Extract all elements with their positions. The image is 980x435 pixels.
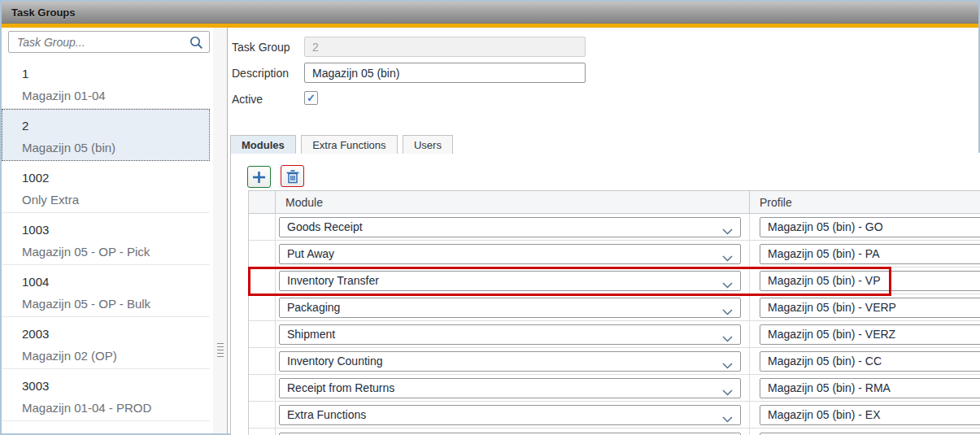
- table-row: Put Away Magazijn 05 (bin) - PA: [249, 241, 980, 268]
- detail-panel: Task Group Description Active ✓ Modules …: [229, 28, 978, 433]
- profile-dropdown[interactable]: Magazijn 05 (bin) - VERP: [760, 298, 980, 318]
- description-input[interactable]: [304, 63, 586, 83]
- row-selector-cell[interactable]: [249, 214, 276, 240]
- search-input[interactable]: [9, 32, 209, 52]
- row-selector-cell[interactable]: [249, 348, 276, 374]
- table-toolbar: [247, 165, 311, 188]
- profile-value: Magazijn 05 (bin) - CC: [768, 355, 882, 368]
- table-row: Packaging Magazijn 05 (bin) - VERP: [249, 294, 980, 321]
- sidebar-splitter[interactable]: [213, 28, 228, 433]
- module-dropdown[interactable]: Inventory Counting: [279, 351, 741, 372]
- module-dropdown-value: Goods Receipt: [287, 220, 363, 233]
- task-group-id: 2003: [22, 327, 203, 341]
- task-group-list-item[interactable]: 2003 Magazijn 02 (OP): [2, 317, 210, 369]
- chevron-down-icon: [722, 412, 733, 425]
- row-selector-cell[interactable]: [249, 375, 276, 401]
- module-dropdown-value: Extra Functions: [287, 408, 366, 421]
- tab-label: Users: [414, 139, 442, 151]
- active-checkbox[interactable]: ✓: [304, 91, 318, 105]
- module-dropdown[interactable]: Put Away: [279, 244, 741, 264]
- module-dropdown-value: Inventory Transfer: [287, 274, 379, 287]
- module-dropdown-value: Packaging: [287, 301, 340, 314]
- task-group-description: Magazijn 01-04 - PROD: [22, 401, 203, 415]
- task-group-list-item[interactable]: 3003 Magazijn 01-04 - PROD: [2, 369, 210, 421]
- module-dropdown[interactable]: Goods Receipt: [279, 217, 741, 237]
- description-field-row: Description: [232, 67, 304, 80]
- tab[interactable]: Users: [403, 135, 453, 154]
- profile-dropdown[interactable]: Magazijn 05 (bin) - CC: [760, 351, 980, 372]
- table-row: Extra Functions Magazijn 05 (bin) -: [249, 402, 980, 428]
- module-dropdown[interactable]: Inventory Transfer: [279, 271, 741, 291]
- task-group-field-row: Task Group: [232, 41, 304, 54]
- tab[interactable]: Extra Functions: [301, 135, 397, 154]
- profile-value: Magazijn 05 (bin) - RMA: [768, 381, 891, 394]
- modules-table: Module Profile Goods Receipt: [248, 190, 980, 435]
- active-field-row: Active: [232, 93, 304, 106]
- description-label: Description: [232, 67, 304, 80]
- add-row-button[interactable]: [247, 166, 271, 188]
- profile-value: Magazijn 05 (bin) - VP: [768, 274, 881, 287]
- row-selector-cell[interactable]: [249, 402, 276, 428]
- profile-dropdown[interactable]: Magazijn 05 (bin) - RMA: [760, 378, 980, 398]
- chevron-down-icon: [722, 251, 733, 264]
- module-dropdown-value: Put Away: [287, 247, 334, 260]
- profile-dropdown[interactable]: Magazijn 05 (bin) - PA: [760, 244, 980, 264]
- chevron-down-icon: [722, 224, 733, 237]
- task-group-description: Magazijn 01-04: [22, 89, 203, 103]
- table-row: Receipt from Returns Magazijn 05 (b: [249, 375, 980, 402]
- trash-icon: [285, 169, 300, 185]
- task-group-id: 1003: [22, 223, 203, 237]
- chevron-down-icon: [722, 305, 733, 318]
- profile-dropdown[interactable]: Magazijn 05 (bin) - EX: [760, 405, 980, 425]
- table-row: Inventory Counting Magazijn 05 (bin: [249, 348, 980, 375]
- row-selector-cell[interactable]: [249, 241, 276, 267]
- profile-dropdown[interactable]: Magazijn 05 (bin) - VP: [760, 271, 980, 291]
- header-module: Module: [276, 191, 750, 213]
- row-selector-cell[interactable]: [249, 268, 276, 294]
- profile-value: Magazijn 05 (bin) - VERP: [768, 301, 896, 314]
- profile-dropdown[interactable]: Magazijn 05 (bin) - VERZ: [760, 324, 980, 345]
- task-group-description: Magazijn 05 - OP - Pick: [22, 245, 203, 259]
- profile-value: Magazijn 05 (bin) - PA: [768, 247, 879, 260]
- search-icon[interactable]: [189, 36, 203, 53]
- task-group-list-item[interactable]: 3004: [2, 421, 210, 433]
- chevron-down-icon: [722, 332, 733, 345]
- module-dropdown[interactable]: Shipment: [279, 324, 741, 345]
- task-group-list-item[interactable]: 1003 Magazijn 05 - OP - Pick: [2, 213, 210, 265]
- module-dropdown[interactable]: Extra Functions: [279, 405, 741, 425]
- task-group-id: 2: [22, 119, 203, 133]
- window-titlebar[interactable]: Task Groups: [2, 2, 978, 24]
- row-selector-cell[interactable]: [249, 294, 276, 320]
- task-group-description: Magazijn 05 (bin): [22, 141, 203, 155]
- header-profile: Profile: [750, 191, 980, 213]
- profile-value: Magazijn 05 (bin) - GO: [768, 220, 883, 233]
- task-group-list-item[interactable]: 1 Magazijn 01-04: [2, 57, 210, 109]
- tab[interactable]: Modules: [230, 135, 296, 154]
- detail-tabs: Modules Extra Functions Users: [230, 135, 978, 154]
- table-row: Shipment Magazijn 05 (bin) - VERZ: [249, 321, 980, 348]
- checkmark-icon: ✓: [307, 92, 316, 104]
- delete-row-button[interactable]: [281, 165, 304, 187]
- task-group-id: 1004: [22, 275, 203, 289]
- tab-label: Extra Functions: [312, 139, 385, 151]
- task-group-description: Magazijn 05 - OP - Bulk: [22, 297, 203, 311]
- table-row: Inventory Transfer Magazijn 05 (bin: [249, 268, 980, 294]
- task-group-id: 1: [22, 67, 203, 81]
- profile-dropdown[interactable]: Magazijn 05 (bin) - GO: [760, 217, 980, 237]
- task-group-description: Only Extra: [22, 193, 203, 207]
- task-group-input: [304, 37, 586, 57]
- task-group-list-item[interactable]: 1002 Only Extra: [2, 161, 210, 213]
- task-group-list-item[interactable]: 2 Magazijn 05 (bin): [2, 109, 210, 161]
- module-dropdown[interactable]: Receipt from Returns: [279, 378, 741, 398]
- table-row-partial: [249, 428, 980, 435]
- table-header-row: Module Profile: [249, 191, 980, 214]
- window-title: Task Groups: [2, 7, 76, 19]
- tab-label: Modules: [242, 139, 285, 151]
- task-group-list-item[interactable]: 1004 Magazijn 05 - OP - Bulk: [2, 265, 210, 317]
- module-dropdown[interactable]: Packaging: [279, 298, 741, 318]
- splitter-grip-icon[interactable]: [217, 343, 224, 357]
- plus-icon: [251, 170, 267, 185]
- row-selector-cell[interactable]: [249, 321, 276, 347]
- task-group-id: 3004: [22, 431, 203, 433]
- active-label: Active: [232, 93, 304, 106]
